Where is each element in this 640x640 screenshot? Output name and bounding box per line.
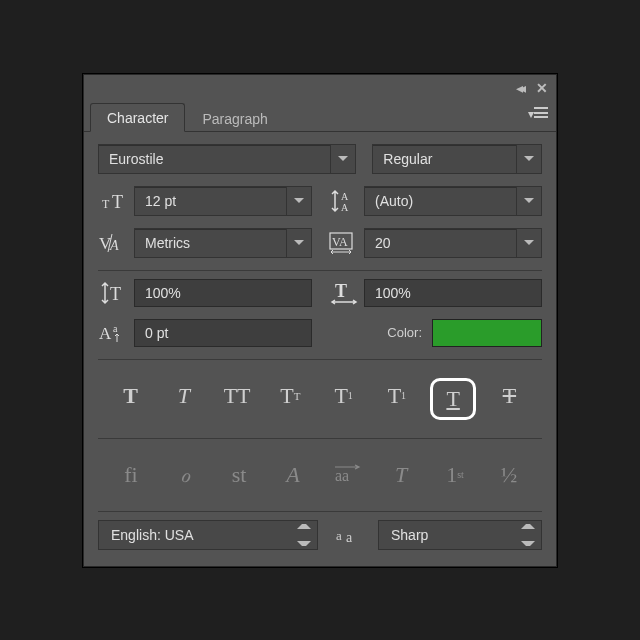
antialias-icon: aa <box>334 525 362 545</box>
text-style-row: T T TT TT T1 T1 T T <box>98 368 542 430</box>
faux-italic-button[interactable]: T <box>164 378 204 414</box>
svg-text:T: T <box>110 284 121 304</box>
svg-text:aa: aa <box>335 467 349 484</box>
font-style-select[interactable]: Regular <box>372 144 542 174</box>
all-caps-button[interactable]: TT <box>217 378 257 414</box>
tracking-select[interactable]: 20 <box>364 228 542 258</box>
ligatures-button[interactable]: fi <box>111 457 151 493</box>
panel-titlebar: ◂◂ ✕ <box>84 75 556 101</box>
ordinals-button[interactable]: 1st <box>435 457 475 493</box>
antialias-select[interactable]: Sharp <box>378 520 542 550</box>
fractions-button[interactable]: ½ <box>489 457 529 493</box>
baseline-shift-input[interactable]: 0 pt <box>134 319 312 347</box>
svg-text:A: A <box>341 191 349 202</box>
vertical-scale-icon: T <box>98 280 130 306</box>
svg-text:A: A <box>99 324 112 343</box>
svg-text:A: A <box>341 202 349 213</box>
color-label: Color: <box>387 325 422 340</box>
font-family-value: Eurostile <box>109 151 163 167</box>
leading-value: (Auto) <box>375 193 413 209</box>
stylistic-alt-button[interactable]: aa <box>327 457 367 493</box>
panel-content: Eurostile Regular TT 12 pt AA <box>84 132 556 566</box>
spinner-arrows-icon <box>297 524 311 546</box>
font-size-select[interactable]: 12 pt <box>134 186 312 216</box>
dropdown-arrow-icon <box>516 229 541 257</box>
baseline-shift-value: 0 pt <box>145 325 168 341</box>
dropdown-arrow-icon <box>286 229 311 257</box>
tracking-value: 20 <box>375 235 391 251</box>
faux-bold-button[interactable]: T <box>111 378 151 414</box>
kerning-value: Metrics <box>145 235 190 251</box>
svg-text:a: a <box>346 530 353 545</box>
horizontal-scale-value: 100% <box>375 285 411 301</box>
leading-select[interactable]: (Auto) <box>364 186 542 216</box>
superscript-button[interactable]: T1 <box>324 378 364 414</box>
horizontal-scale-icon: T <box>328 281 360 305</box>
kerning-select[interactable]: Metrics <box>134 228 312 258</box>
tracking-icon: VA <box>328 232 360 254</box>
collapse-icon[interactable]: ◂◂ <box>516 80 522 96</box>
tab-row: Character Paragraph ▾ <box>84 101 556 132</box>
vertical-scale-value: 100% <box>145 285 181 301</box>
flyout-menu-icon[interactable]: ▾ <box>528 107 548 121</box>
dropdown-arrow-icon <box>516 187 541 215</box>
titling-alt-button[interactable]: T <box>381 457 421 493</box>
strikethrough-button[interactable]: T <box>489 378 529 414</box>
contextual-alt-button[interactable]: ℴ <box>165 457 205 493</box>
svg-text:T: T <box>112 192 123 212</box>
swash-button[interactable]: A <box>273 457 313 493</box>
svg-text:T: T <box>335 281 347 301</box>
dropdown-arrow-icon <box>286 187 311 215</box>
dropdown-arrow-icon <box>516 145 541 173</box>
discretionary-lig-button[interactable]: st <box>219 457 259 493</box>
svg-text:a: a <box>113 323 118 334</box>
spinner-arrows-icon <box>521 524 535 546</box>
baseline-shift-icon: Aa <box>98 322 130 344</box>
font-style-value: Regular <box>383 151 432 167</box>
antialias-value: Sharp <box>391 527 428 543</box>
dropdown-arrow-icon <box>330 145 355 173</box>
tab-character[interactable]: Character <box>90 103 185 132</box>
vertical-scale-input[interactable]: 100% <box>134 279 312 307</box>
small-caps-button[interactable]: TT <box>270 378 310 414</box>
font-size-icon: TT <box>98 190 130 212</box>
character-panel: ◂◂ ✕ Character Paragraph ▾ Eurostile Reg… <box>83 74 557 567</box>
horizontal-scale-input[interactable]: 100% <box>364 279 542 307</box>
underline-button[interactable]: T <box>430 378 476 420</box>
svg-text:VA: VA <box>332 235 348 249</box>
subscript-button[interactable]: T1 <box>377 378 417 414</box>
leading-icon: AA <box>328 189 360 213</box>
language-select[interactable]: English: USA <box>98 520 318 550</box>
svg-text:a: a <box>336 528 342 543</box>
font-size-value: 12 pt <box>145 193 176 209</box>
tab-paragraph[interactable]: Paragraph <box>185 104 284 132</box>
color-swatch[interactable] <box>432 319 542 347</box>
language-value: English: USA <box>111 527 193 543</box>
kerning-icon: VA <box>98 232 130 254</box>
close-icon[interactable]: ✕ <box>536 80 548 96</box>
opentype-row: fi ℴ st A aa T 1st ½ <box>98 447 542 503</box>
svg-text:T: T <box>102 197 110 211</box>
font-family-select[interactable]: Eurostile <box>98 144 356 174</box>
